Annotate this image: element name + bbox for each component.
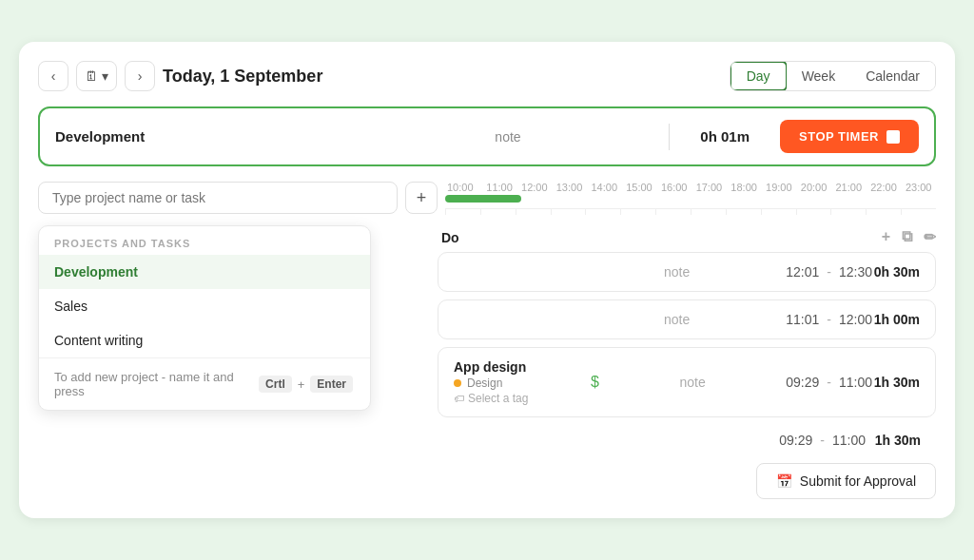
entry-3-times: 09:29 - 11:00 bbox=[786, 375, 872, 390]
prev-button[interactable]: ‹ bbox=[38, 61, 68, 91]
entry-1-dash: - bbox=[827, 264, 831, 280]
day-header: Do + ⧉ ✏ bbox=[438, 222, 936, 252]
entry-3-dash: - bbox=[827, 375, 831, 390]
day-header-actions: + ⧉ ✏ bbox=[882, 228, 936, 246]
left-panel: + PROJECTS AND TASKS Development Sales C… bbox=[38, 182, 438, 499]
time-label-15: 15:00 bbox=[622, 182, 657, 193]
stop-timer-label: STOP TIMER bbox=[799, 129, 879, 144]
time-label-20: 20:00 bbox=[796, 182, 831, 193]
entry-row-2: note 11:01 - 12:00 1h 00m bbox=[438, 299, 936, 339]
header-title: Today, 1 September bbox=[163, 67, 322, 87]
dropdown-item-development[interactable]: Development bbox=[39, 255, 370, 289]
entry-2-dash: - bbox=[827, 312, 831, 327]
search-area: + bbox=[38, 182, 438, 214]
time-label-16: 16:00 bbox=[656, 182, 692, 193]
calendar-icon: 🗓 bbox=[85, 68, 98, 84]
time-label-13: 13:00 bbox=[552, 182, 587, 193]
stop-icon bbox=[886, 130, 900, 144]
timer-bar: Development note 0h 01m STOP TIMER bbox=[38, 106, 936, 166]
stop-timer-button[interactable]: STOP TIMER bbox=[780, 120, 919, 153]
timer-project-label: Development bbox=[55, 128, 347, 145]
entry-row-1: note 12:01 - 12:30 0h 30m bbox=[438, 252, 936, 292]
timeline-area: 10:00 11:00 12:00 13:00 14:00 15:00 16:0… bbox=[438, 182, 936, 499]
time-label-10: 10:00 bbox=[445, 182, 482, 193]
entry-3-left: App design Design 🏷 Select a tag bbox=[454, 359, 568, 405]
view-toggle: Day Week Calendar bbox=[730, 61, 936, 91]
header-left: ‹ 🗓 ▾ › Today, 1 September bbox=[38, 61, 322, 91]
entry-3-dot bbox=[454, 379, 461, 387]
day-label: Do bbox=[438, 230, 459, 245]
entry-1-note: note bbox=[568, 264, 786, 280]
summary-end: 11:00 bbox=[832, 433, 866, 448]
timer-time-display: 0h 01m bbox=[685, 128, 765, 145]
entry-3-tag-label: Select a tag bbox=[468, 392, 528, 405]
entry-3-start: 09:29 bbox=[786, 375, 819, 390]
time-label-11: 11:00 bbox=[482, 182, 517, 193]
submit-icon: 📅 bbox=[776, 473, 792, 489]
time-label-23: 23:00 bbox=[901, 182, 936, 193]
time-label-17: 17:00 bbox=[692, 182, 727, 193]
calendar-chevron-icon: ▾ bbox=[102, 68, 108, 84]
dropdown-item-content-writing[interactable]: Content writing bbox=[39, 323, 370, 357]
summary-duration: 1h 30m bbox=[873, 433, 921, 448]
entry-1-duration: 0h 30m bbox=[872, 264, 920, 280]
submit-label: Submit for Approval bbox=[800, 473, 916, 489]
entry-2-duration: 1h 00m bbox=[872, 312, 920, 327]
add-button[interactable]: + bbox=[405, 182, 438, 214]
entry-2-start: 11:01 bbox=[786, 312, 819, 327]
entry-row-3: App design Design 🏷 Select a tag $ note … bbox=[438, 347, 936, 417]
hint-plus: + bbox=[298, 377, 305, 392]
entry-3-duration: 1h 30m bbox=[872, 375, 920, 390]
edit-button[interactable]: ✏ bbox=[924, 228, 936, 246]
summary-row: 09:29 - 11:00 1h 30m bbox=[438, 425, 936, 455]
entry-2-times: 11:01 - 12:00 bbox=[786, 312, 872, 327]
hint-text: To add new project - name it and press bbox=[54, 370, 253, 398]
tag-icon: 🏷 bbox=[454, 393, 464, 404]
entry-3-tag: 🏷 Select a tag bbox=[454, 392, 568, 405]
dropdown-item-sales[interactable]: Sales bbox=[39, 289, 370, 323]
entry-3-task-row: Design bbox=[454, 377, 568, 390]
hint-key-ctrl: Crtl bbox=[259, 376, 292, 393]
view-week-button[interactable]: Week bbox=[787, 62, 851, 90]
entry-1-start: 12:01 bbox=[786, 264, 819, 280]
entry-3-task: Design bbox=[467, 377, 502, 390]
entry-1-end: 12:30 bbox=[839, 264, 872, 280]
timer-note-label: note bbox=[362, 129, 654, 145]
timer-divider bbox=[669, 124, 670, 150]
entry-3-note: note bbox=[599, 375, 786, 390]
submit-row: 📅 Submit for Approval bbox=[438, 455, 936, 499]
dropdown-section-label: PROJECTS AND TASKS bbox=[39, 238, 370, 255]
summary-start: 09:29 bbox=[779, 433, 812, 448]
entry-1-times: 12:01 - 12:30 bbox=[786, 264, 872, 280]
time-label-19: 19:00 bbox=[761, 182, 796, 193]
dropdown-hint: To add new project - name it and press C… bbox=[39, 357, 370, 410]
entry-3-end: 11:00 bbox=[839, 375, 872, 390]
search-input[interactable] bbox=[38, 182, 398, 214]
main-area: + PROJECTS AND TASKS Development Sales C… bbox=[38, 182, 936, 499]
time-label-18: 18:00 bbox=[727, 182, 762, 193]
time-label-21: 21:00 bbox=[831, 182, 867, 193]
timeline-progress-bar bbox=[445, 195, 521, 203]
view-day-button[interactable]: Day bbox=[730, 61, 788, 91]
summary-dash: - bbox=[820, 433, 825, 448]
header: ‹ 🗓 ▾ › Today, 1 September Day Week Cale… bbox=[38, 61, 936, 91]
time-label-14: 14:00 bbox=[587, 182, 622, 193]
next-button[interactable]: › bbox=[125, 61, 155, 91]
entry-3-project: App design bbox=[454, 359, 568, 375]
time-label-12: 12:00 bbox=[516, 182, 552, 193]
entry-3-dollar: $ bbox=[591, 374, 599, 391]
submit-approval-button[interactable]: 📅 Submit for Approval bbox=[756, 463, 936, 499]
entry-2-end: 12:00 bbox=[839, 312, 872, 327]
view-calendar-button[interactable]: Calendar bbox=[850, 62, 935, 90]
entry-2-note: note bbox=[568, 312, 786, 327]
calendar-picker-button[interactable]: 🗓 ▾ bbox=[76, 61, 117, 91]
add-entry-button[interactable]: + bbox=[882, 228, 890, 246]
project-dropdown: PROJECTS AND TASKS Development Sales Con… bbox=[38, 225, 371, 411]
main-card: ‹ 🗓 ▾ › Today, 1 September Day Week Cale… bbox=[19, 42, 955, 518]
hint-key-enter: Enter bbox=[310, 376, 353, 393]
copy-button[interactable]: ⧉ bbox=[902, 228, 912, 246]
time-label-22: 22:00 bbox=[867, 182, 902, 193]
